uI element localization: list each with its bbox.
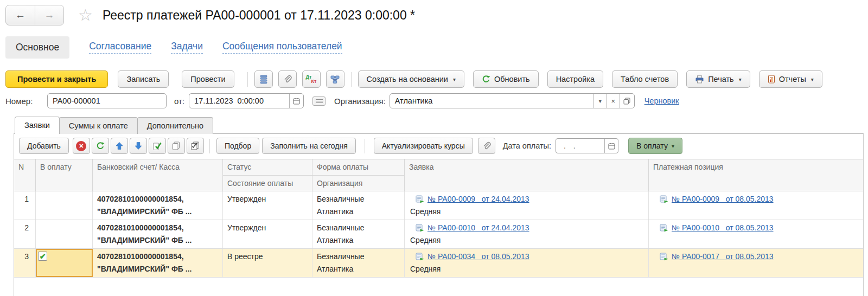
document-link-icon bbox=[416, 253, 424, 261]
date-calendar-button[interactable] bbox=[289, 94, 303, 108]
history-nav: ← → bbox=[5, 5, 64, 25]
col-header-bank-account[interactable]: Банковский счет/ Касса bbox=[93, 159, 223, 191]
organization-value: Атлантика bbox=[390, 96, 593, 105]
check-all-button[interactable] bbox=[149, 138, 166, 154]
table-row[interactable]: 2 40702810100000001854, "ВЛАДИМИРСКИЙ" Ф… bbox=[14, 220, 863, 249]
payment-date-calendar-button[interactable] bbox=[604, 139, 618, 153]
col-header-request[interactable]: Заявка bbox=[405, 159, 649, 191]
paperclip-icon bbox=[283, 75, 292, 84]
forward-arrow-icon: → bbox=[44, 9, 55, 21]
forward-button[interactable]: → bbox=[35, 5, 63, 25]
refresh-label: Обновить bbox=[494, 75, 530, 83]
back-button[interactable]: ← bbox=[6, 5, 35, 25]
tab-amounts[interactable]: Суммы к оплате bbox=[59, 117, 138, 134]
document-link-icon bbox=[416, 224, 424, 232]
draft-status-link[interactable]: Черновик bbox=[644, 96, 679, 105]
request-cell: № РА00-0010 от 24.04.2013 Средняя bbox=[405, 220, 649, 248]
tab-main[interactable]: Основное bbox=[5, 36, 69, 59]
position-link[interactable]: № РА00-0010 от 08.05.2013 bbox=[672, 222, 774, 234]
register-stack-icon bbox=[260, 75, 267, 84]
refresh-rows-button[interactable] bbox=[92, 138, 109, 154]
document-register-button[interactable] bbox=[254, 70, 273, 88]
organization-field[interactable]: Атлантика ▾ × bbox=[390, 93, 635, 108]
toolbar-separator bbox=[209, 139, 210, 153]
payment-date-value: . . bbox=[556, 141, 604, 150]
tab-additional[interactable]: Дополнительно bbox=[137, 117, 213, 134]
to-payment-cell[interactable] bbox=[36, 191, 93, 220]
payment-register-window: ← → ☆ Реестр платежей РА00-000001 от 17.… bbox=[0, 0, 868, 296]
table-row-selected[interactable]: 3 ✔ 40702810100000001854, "ВЛАДИМИРСКИЙ"… bbox=[14, 249, 863, 278]
print-button[interactable]: Печать ▾ bbox=[686, 70, 750, 88]
payment-form-cell: Безналичные Атлантика bbox=[312, 220, 405, 248]
move-row-down-button[interactable] bbox=[130, 138, 147, 154]
favorite-star-icon[interactable]: ☆ bbox=[78, 7, 93, 23]
request-link[interactable]: № РА00-0034 от 08.05.2013 bbox=[427, 250, 529, 263]
post-and-close-button[interactable]: Провести и закрыть bbox=[5, 70, 108, 88]
chevron-down-icon: ▾ bbox=[811, 76, 814, 82]
status-cell: Утвержден bbox=[223, 220, 312, 248]
reports-button[interactable]: Отчеты ▾ bbox=[759, 70, 822, 88]
accounts-board-button[interactable]: Табло счетов bbox=[612, 70, 678, 88]
settings-button[interactable]: Настройка bbox=[547, 70, 603, 88]
to-payment-button[interactable]: В оплату ▾ bbox=[628, 138, 682, 154]
col-header-payment-form[interactable]: Форма оплаты bbox=[312, 159, 404, 175]
col-header-n[interactable]: N bbox=[14, 159, 36, 191]
open-link-icon bbox=[623, 98, 630, 105]
create-based-on-button[interactable]: Создать на основании ▾ bbox=[358, 70, 464, 88]
post-button[interactable]: Провести bbox=[182, 70, 234, 88]
position-link[interactable]: № РА00-0017 от 08.05.2013 bbox=[672, 250, 774, 263]
organization-clear-button[interactable]: × bbox=[607, 94, 620, 108]
table-row[interactable]: 1 40702810100000001854, "ВЛАДИМИРСКИЙ" Ф… bbox=[14, 191, 863, 220]
request-link[interactable]: № РА00-0010 от 24.04.2013 bbox=[427, 222, 529, 234]
request-cell: № РА00-0034 от 08.05.2013 Средняя bbox=[405, 249, 649, 277]
to-payment-cell[interactable] bbox=[36, 220, 93, 248]
col-header-organization[interactable]: Организация bbox=[312, 175, 404, 191]
related-documents-button[interactable] bbox=[326, 70, 344, 88]
organization-dropdown-button[interactable]: ▾ bbox=[593, 94, 607, 108]
refresh-button[interactable]: Обновить bbox=[473, 70, 539, 88]
toggle-flags-button[interactable] bbox=[187, 138, 204, 154]
field-list-icon[interactable] bbox=[312, 96, 326, 106]
tab-requests[interactable]: Заявки bbox=[15, 117, 60, 134]
attachments-button[interactable] bbox=[278, 70, 297, 88]
request-link[interactable]: № РА00-0009 от 24.04.2013 bbox=[427, 193, 529, 205]
pick-button[interactable]: Подбор bbox=[216, 138, 259, 154]
position-link[interactable]: № РА00-0009 от 08.05.2013 bbox=[672, 193, 774, 205]
copy-row-button[interactable] bbox=[168, 138, 185, 154]
printer-icon bbox=[695, 75, 704, 83]
organization-open-button[interactable] bbox=[620, 94, 634, 108]
nav-tabs: Основное Согласование Задачи Сообщения п… bbox=[5, 35, 342, 60]
report-icon bbox=[768, 75, 775, 83]
payment-date-field[interactable]: . . bbox=[556, 138, 618, 153]
delete-row-button[interactable]: × bbox=[73, 138, 90, 154]
save-button[interactable]: Записать bbox=[118, 70, 169, 88]
tab-user-messages[interactable]: Сообщения пользователей bbox=[222, 41, 342, 54]
back-arrow-icon: ← bbox=[15, 9, 25, 21]
toolbar-separator bbox=[351, 72, 352, 87]
to-payment-cell-selected[interactable]: ✔ bbox=[36, 249, 93, 277]
bank-account-cell: 40702810100000001854, "ВЛАДИМИРСКИЙ" ФБ … bbox=[93, 220, 223, 248]
number-field[interactable]: РА00-000001 bbox=[47, 93, 167, 108]
tab-tasks[interactable]: Задачи bbox=[171, 41, 203, 54]
add-row-button[interactable]: Добавить bbox=[19, 138, 69, 154]
page-title: Реестр платежей РА00-000001 от 17.11.202… bbox=[103, 8, 415, 23]
payment-position-cell: № РА00-0017 от 08.05.2013 bbox=[649, 249, 863, 277]
debit-credit-button[interactable]: ДтКт bbox=[302, 70, 321, 88]
document-link-icon bbox=[660, 253, 668, 261]
col-header-to-payment[interactable]: В оплату bbox=[36, 159, 93, 191]
col-header-payment-state[interactable]: Состояние оплаты bbox=[223, 175, 312, 191]
tab-approval[interactable]: Согласование bbox=[89, 41, 151, 54]
date-field[interactable]: 17.11.2023 0:00:00 bbox=[189, 93, 304, 108]
paperclip-icon bbox=[482, 141, 491, 151]
move-row-up-button[interactable] bbox=[111, 138, 128, 154]
row-attachments-button[interactable] bbox=[478, 138, 495, 154]
update-rates-button[interactable]: Актуализировать курсы bbox=[374, 138, 473, 154]
to-payment-label: В оплату bbox=[636, 141, 668, 150]
to-payment-checkbox[interactable]: ✔ bbox=[38, 252, 47, 261]
fill-today-button[interactable]: Заполнить на сегодня bbox=[262, 138, 356, 154]
requests-panel: Добавить × bbox=[14, 133, 864, 296]
col-header-payment-position[interactable]: Платежная позиция bbox=[649, 159, 863, 191]
chevron-down-icon: ▾ bbox=[599, 98, 602, 104]
col-header-status[interactable]: Статус bbox=[223, 159, 312, 175]
priority-value: Средняя bbox=[409, 205, 644, 218]
